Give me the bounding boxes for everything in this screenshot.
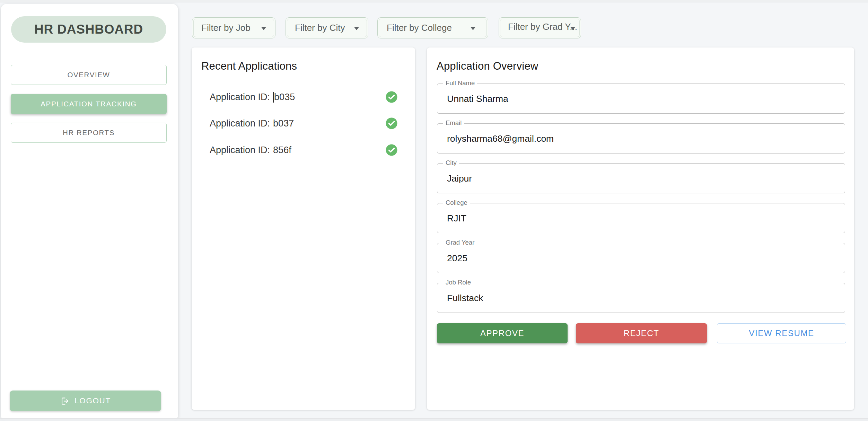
field-label: Job Role — [443, 279, 473, 286]
application-list-item[interactable]: Application ID:b037 — [210, 115, 398, 131]
filter-label: Filter by Grad Y... — [508, 21, 577, 32]
filter-label: Filter by College — [387, 23, 452, 33]
application-id-label: Application ID:b037 — [210, 118, 294, 129]
field-label: Grad Year — [443, 239, 477, 246]
dropdown-arrow-icon — [354, 27, 359, 30]
college-field[interactable]: College RJIT — [437, 203, 845, 233]
approve-button[interactable]: APPROVE — [437, 323, 568, 343]
logout-icon — [60, 396, 69, 406]
filter-label: Filter by City — [295, 23, 345, 33]
application-list-item[interactable]: Application ID:856f — [210, 142, 398, 158]
logout-label: LOGOUT — [74, 396, 111, 405]
dropdown-arrow-icon — [471, 27, 475, 30]
application-id-label: Application ID:856f — [210, 145, 291, 156]
field-label: City — [443, 159, 459, 167]
recent-applications-panel: Recent Applications Application ID:b035 … — [192, 47, 415, 410]
sidebar-item-overview[interactable]: OVERVIEW — [11, 65, 167, 85]
field-value: Jaipur — [447, 173, 472, 184]
field-value: rolysharma68@gmail.com — [447, 133, 554, 144]
top-border-strip — [0, 0, 868, 2]
application-id-label: Application ID:b035 — [210, 92, 295, 103]
dropdown-arrow-icon — [261, 27, 266, 30]
view-resume-button[interactable]: VIEW RESUME — [717, 323, 846, 343]
filter-label: Filter by Job — [201, 23, 251, 33]
sidebar-item-hr-reports[interactable]: HR REPORTS — [11, 123, 167, 143]
field-label: Email — [443, 119, 464, 127]
grad-year-field[interactable]: Grad Year 2025 — [437, 243, 845, 273]
city-field[interactable]: City Jaipur — [437, 163, 845, 193]
application-list-item[interactable]: Application ID:b035 — [210, 89, 398, 105]
check-circle-icon — [385, 117, 398, 130]
field-label: College — [443, 199, 470, 207]
filter-by-college-dropdown[interactable]: Filter by College — [377, 17, 488, 38]
filter-by-city-dropdown[interactable]: Filter by City — [286, 17, 368, 38]
bottom-scrollbar-strip[interactable] — [0, 418, 868, 421]
text-cursor — [273, 92, 274, 103]
job-role-field[interactable]: Job Role Fullstack — [437, 283, 845, 313]
dropdown-arrow-icon — [570, 27, 575, 30]
sidebar-item-application-tracking[interactable]: APPLICATION TRACKING — [11, 94, 167, 114]
field-value: Fullstack — [447, 292, 483, 303]
recent-applications-title: Recent Applications — [201, 60, 297, 72]
field-value: Unnati Sharma — [447, 93, 508, 104]
page-title: HR DASHBOARD — [34, 22, 143, 37]
field-label: Full Name — [443, 79, 477, 87]
email-field[interactable]: Email rolysharma68@gmail.com — [437, 123, 845, 154]
filter-by-job-dropdown[interactable]: Filter by Job — [192, 17, 275, 38]
logout-button[interactable]: LOGOUT — [10, 391, 161, 411]
reject-button[interactable]: REJECT — [576, 323, 707, 343]
application-overview-panel: Application Overview Full Name Unnati Sh… — [427, 47, 854, 410]
filter-by-grad-year-dropdown[interactable]: Filter by Grad Y... — [499, 17, 581, 38]
app-title-badge: HR DASHBOARD — [11, 16, 166, 43]
check-circle-icon — [385, 91, 398, 103]
check-circle-icon — [385, 144, 398, 156]
sidebar: HR DASHBOARD OVERVIEW APPLICATION TRACKI… — [1, 4, 178, 421]
application-overview-title: Application Overview — [437, 60, 538, 72]
field-value: 2025 — [447, 253, 467, 263]
field-value: RJIT — [447, 213, 466, 223]
full-name-field[interactable]: Full Name Unnati Sharma — [437, 84, 845, 114]
hr-dashboard-page: HR DASHBOARD OVERVIEW APPLICATION TRACKI… — [0, 0, 868, 421]
